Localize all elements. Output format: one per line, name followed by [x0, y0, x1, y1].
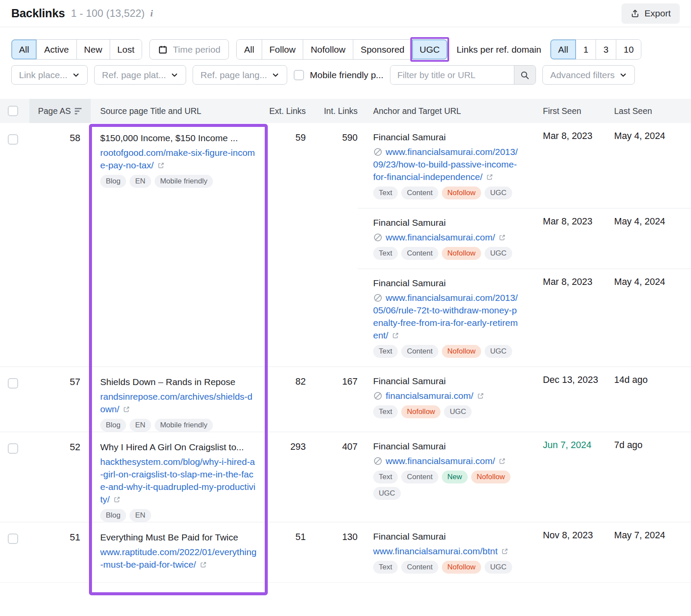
column-header-anchor: Anchor and Target URL	[358, 99, 536, 123]
follow-tab-follow[interactable]: Follow	[262, 40, 303, 59]
link-attr-tag: Text	[373, 561, 398, 574]
source-url[interactable]: hackthesystem.com/blog/why-i-hired-a-gir…	[100, 457, 255, 504]
select-all-cell	[0, 99, 29, 123]
links-per-domain-group: All1310	[550, 39, 641, 60]
dropdown-label: Ref. page lang...	[200, 70, 267, 80]
follow-tab-nofollow[interactable]: Nofollow	[303, 40, 353, 59]
last-seen-value: May 4, 2024	[607, 216, 691, 260]
header-divider	[0, 27, 691, 27]
search-input[interactable]	[390, 66, 514, 84]
row-checkbox[interactable]	[8, 378, 18, 389]
status-tab-active[interactable]: Active	[36, 40, 76, 59]
follow-tab-all[interactable]: All	[237, 40, 261, 59]
target-url[interactable]: www.financialsamurai.com/	[386, 232, 506, 242]
link-attr-tag: Text	[373, 405, 398, 418]
time-period-button[interactable]: Time period	[149, 39, 229, 60]
export-button[interactable]: Export	[621, 3, 680, 24]
column-header-first-seen[interactable]: First Seen	[536, 99, 607, 123]
first-seen-value: Mar 8, 2023	[536, 216, 607, 260]
anchor-and-target: Financial Samuraiwww.financialsamurai.co…	[358, 216, 536, 260]
source-tag: Blog	[100, 509, 126, 522]
external-link-icon	[157, 161, 165, 170]
source-title: Everything Must Be Paid for Twice	[100, 531, 257, 544]
first-seen-value: Mar 8, 2023	[536, 277, 607, 358]
filter-row-2: Link place...Ref. page plat...Ref. page …	[11, 65, 680, 85]
link-attr-tag: UGC	[485, 247, 512, 260]
link-placement-dropdown[interactable]: Link place...	[11, 65, 88, 85]
target-url[interactable]: www.financialsamurai.com/2013/05/06/rule…	[373, 293, 518, 340]
nofollow-link-icon	[373, 233, 383, 242]
external-link-icon	[501, 547, 509, 556]
external-link-icon	[476, 392, 485, 400]
int-links-value: 590	[306, 123, 358, 366]
row-checkbox-cell	[0, 123, 29, 366]
link-attribute-tags: TextContentNofollowUGC	[373, 557, 518, 574]
select-all-checkbox[interactable]	[8, 106, 18, 116]
column-header-int-links[interactable]: Int. Links	[306, 99, 358, 123]
info-icon[interactable]: i	[150, 8, 153, 19]
links-per-domain-tab-10[interactable]: 10	[616, 40, 641, 59]
follow-tab-sponsored[interactable]: Sponsored	[353, 40, 412, 59]
page-as-value: 57	[29, 367, 91, 432]
ext-links-value: 59	[268, 123, 306, 366]
backlink-item: Financial Samuraifinancialsamurai.com/Te…	[358, 367, 691, 427]
calendar-icon	[158, 45, 168, 54]
source-tag: EN	[130, 419, 151, 432]
links-per-domain-tab-1[interactable]: 1	[576, 40, 596, 59]
target-url[interactable]: www.financialsamurai.com/2013/09/23/how-…	[373, 147, 518, 182]
links-per-domain-tab-all[interactable]: All	[551, 40, 575, 59]
chevron-down-icon	[171, 71, 178, 79]
first-seen-value: Mar 8, 2023	[536, 131, 607, 199]
anchor-and-target: Financial Samuraiwww.financialsamurai.co…	[358, 530, 536, 574]
row-checkbox[interactable]	[8, 134, 18, 145]
source-title: Why I Hired A Girl On Craigslist to...	[100, 441, 257, 454]
follow-tab-ugc[interactable]: UGC	[412, 40, 447, 59]
search-button[interactable]	[514, 66, 536, 84]
row-checkbox[interactable]	[8, 443, 18, 454]
status-tab-all[interactable]: All	[12, 40, 36, 59]
last-seen-value: 14d ago	[607, 375, 691, 418]
ref-page-platform-dropdown[interactable]: Ref. page plat...	[94, 65, 186, 85]
backlinks-cell: Financial Samuraifinancialsamurai.com/Te…	[358, 367, 691, 432]
target-url-line: www.financialsamurai.com/	[373, 231, 518, 243]
links-per-domain-tab-3[interactable]: 3	[596, 40, 616, 59]
link-attr-tag: Content	[401, 471, 438, 483]
advanced-filters-label: Advanced filters	[550, 70, 615, 80]
last-seen-value: 7d ago	[607, 440, 691, 500]
filter-row-1: AllActiveNewLost Time period AllFollowNo…	[11, 39, 680, 60]
column-header-ext-links[interactable]: Ext. Links	[268, 99, 306, 123]
backlink-item: Financial Samuraiwww.financialsamurai.co…	[358, 208, 691, 269]
time-period-label: Time period	[173, 44, 220, 55]
column-header-page-as[interactable]: Page AS	[29, 99, 91, 123]
nofollow-link-icon	[373, 391, 383, 401]
target-url[interactable]: financialsamurai.com/	[386, 391, 485, 401]
link-attr-tag: Content	[401, 561, 438, 574]
status-tab-new[interactable]: New	[76, 40, 110, 59]
advanced-filters-button[interactable]: Advanced filters	[542, 65, 635, 85]
source-url[interactable]: randsinrepose.com/archives/shields-down/	[100, 392, 253, 414]
link-attribute-tags: TextContentNofollowUGC	[373, 183, 518, 199]
anchor-text: Financial Samurai	[373, 530, 518, 543]
row-checkbox-cell	[0, 522, 29, 582]
column-header-last-seen[interactable]: Last Seen	[607, 99, 691, 123]
row-checkbox-cell	[0, 432, 29, 522]
source-tags: BlogENMobile friendly	[100, 171, 257, 188]
row-checkbox-cell	[0, 367, 29, 432]
source-url[interactable]: www.raptitude.com/2022/01/everything-mus…	[100, 547, 257, 569]
status-tab-lost[interactable]: Lost	[110, 40, 142, 59]
link-attr-tag: UGC	[373, 487, 401, 500]
link-attr-tag: Content	[401, 186, 438, 199]
table-body: 58$150,000 Income, $150 Income ...rootof…	[0, 123, 691, 583]
target-url[interactable]: www.financialsamurai.com/btnt	[373, 546, 509, 556]
report-topbar: Backlinks 1 - 100 (13,522) i Export	[0, 0, 691, 27]
ref-page-language-dropdown[interactable]: Ref. page lang...	[193, 65, 287, 85]
mobile-friendly-checkbox[interactable]	[294, 70, 304, 80]
source-url[interactable]: rootofgood.com/make-six-figure-income-pa…	[100, 148, 255, 170]
chevron-down-icon	[619, 71, 627, 79]
page-as-value: 51	[29, 522, 91, 582]
first-seen-value: Nov 8, 2023	[536, 530, 607, 574]
row-checkbox[interactable]	[8, 534, 18, 544]
target-url[interactable]: www.financialsamurai.com/	[386, 456, 506, 466]
external-link-icon	[122, 405, 130, 414]
source-tag: EN	[130, 509, 151, 522]
